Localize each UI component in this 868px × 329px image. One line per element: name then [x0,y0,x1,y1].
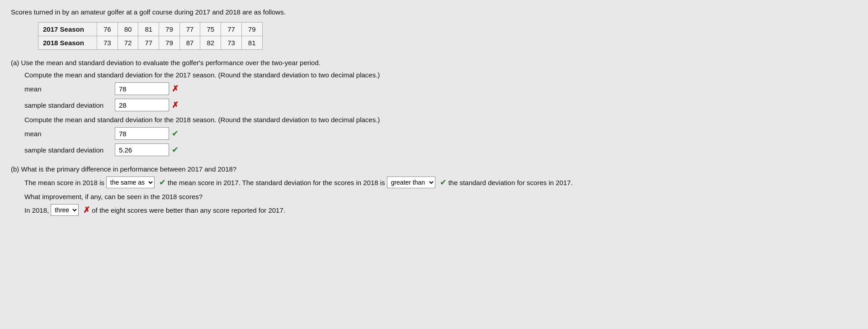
table-cell: 77 [138,36,159,50]
intro-text: Scores turned in by an amateur golfer at… [11,8,857,16]
mean-2017-label: mean [24,85,115,93]
sentence1-before: The mean score in 2018 is [24,179,104,186]
dropdown1-select[interactable]: the same asless thangreater than [106,176,155,188]
mean-2017-input[interactable] [115,82,169,95]
table-cell: 82 [200,36,221,50]
table-cell: 76 [97,23,118,36]
part-a-instruction: (a) Use the mean and standard deviation … [11,59,857,67]
data-table: 2017 Season76808179777577792018 Season73… [38,22,263,50]
std-2018-input[interactable] [115,143,169,156]
std-2018-check-icon: ✔ [172,145,179,155]
mean-2018-check-icon: ✔ [172,129,179,138]
std-2017-row: sample standard deviation ✗ [24,99,857,111]
dropdown1-check-icon: ✔ [159,177,166,187]
table-cell: 77 [221,23,242,36]
mean-2018-label: mean [24,130,115,138]
table-cell: 79 [241,23,262,36]
improvement-row: In 2018, onetwothreefourfive ✗ of the ei… [24,204,857,216]
table-row-header: 2017 Season [38,23,97,36]
mean-2017-check-icon: ✗ [172,84,179,94]
table-cell: 87 [179,36,200,50]
dropdown3-check-icon: ✗ [83,205,90,215]
dropdown2-select[interactable]: greater thanless thanthe same as [387,176,435,188]
table-cell: 73 [97,36,118,50]
std-2017-label: sample standard deviation [24,101,115,109]
part-b-sentence1: The mean score in 2018 is the same asles… [24,176,857,188]
std-2018-label: sample standard deviation [24,146,115,154]
improvement-question: What improvement, if any, can be seen in… [24,193,857,200]
table-cell: 81 [138,23,159,36]
std-2017-input[interactable] [115,99,169,111]
part-b-instruction: (b) What is the primary difference in pe… [11,165,857,173]
std-2017-check-icon: ✗ [172,100,179,110]
improvement-before: In 2018, [24,206,49,214]
table-cell: 72 [118,36,138,50]
mean-2018-row: mean ✔ [24,127,857,140]
table-cell: 81 [241,36,262,50]
sentence2-after: the standard deviation for scores in 201… [448,179,573,186]
std-2018-row: sample standard deviation ✔ [24,143,857,156]
season-2018-prompt: Compute the mean and standard deviation … [24,116,857,124]
dropdown2-check-icon: ✔ [440,177,447,187]
improvement-after: of the eight scores were better than any… [92,206,285,214]
mean-2017-row: mean ✗ [24,82,857,95]
mean-2018-input[interactable] [115,127,169,140]
table-cell: 77 [179,23,200,36]
table-row-header: 2018 Season [38,36,97,50]
sentence1-after: the mean score in 2017. The standard dev… [168,179,385,186]
table-cell: 75 [200,23,221,36]
table-cell: 73 [221,36,242,50]
table-cell: 80 [118,23,138,36]
season-2017-prompt: Compute the mean and standard deviation … [24,71,857,79]
table-cell: 79 [159,36,180,50]
dropdown3-select[interactable]: onetwothreefourfive [51,204,79,216]
table-cell: 79 [159,23,180,36]
